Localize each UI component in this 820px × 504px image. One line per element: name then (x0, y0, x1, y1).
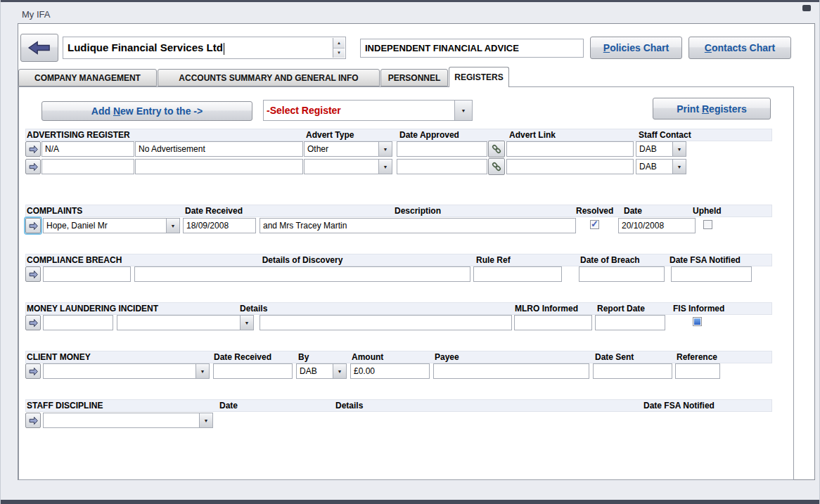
cm-date-received-field[interactable] (213, 363, 293, 379)
col-date-approved: Date Approved (399, 130, 459, 140)
select-register-combobox[interactable]: -Select Register ▼ (263, 100, 473, 121)
right-arrow-icon (28, 415, 39, 426)
right-arrow-icon (28, 366, 39, 377)
staff-contact-combobox[interactable]: DAB ▼ (636, 141, 686, 157)
staff-contact-value: DAB (639, 144, 657, 154)
col-details-of-discovery: Details of Discovery (134, 255, 470, 265)
resolved-checkbox[interactable] (590, 220, 599, 229)
details-of-discovery-field[interactable] (134, 266, 470, 282)
add-new-entry-button[interactable]: Add New Entry to the -> (41, 101, 252, 121)
complainant-combobox[interactable]: Hope, Daniel Mr ▼ (43, 218, 180, 233)
cm-amount-field[interactable]: £0.00 (350, 363, 430, 379)
chevron-down-icon[interactable]: ▼ (166, 219, 179, 233)
client-money-header-strip (25, 351, 772, 363)
col-advert-link: Advert Link (509, 130, 556, 140)
advert-type-combobox[interactable]: Other ▼ (304, 141, 392, 157)
description-field[interactable]: and Mrs Tracey Martin (260, 218, 576, 233)
col-staff-contact: Staff Contact (639, 130, 691, 140)
advert-link-builder-button[interactable] (488, 158, 505, 175)
spin-up-icon[interactable]: ▲ (333, 38, 345, 49)
chain-link-icon (491, 143, 502, 155)
advert-link-field[interactable] (506, 159, 634, 174)
window-title: My IFA (22, 9, 50, 20)
col-sd-date: Date (219, 401, 238, 411)
policies-chart-button[interactable]: Policies Chart (590, 37, 682, 59)
ml-ref-field[interactable] (43, 315, 113, 330)
sd-person-combobox[interactable]: ▼ (43, 413, 213, 428)
advert-description-field[interactable] (135, 159, 303, 174)
advertising-title: ADVERTISING REGISTER (27, 130, 130, 140)
chevron-down-icon[interactable]: ▼ (378, 142, 392, 156)
staff-contact-combobox[interactable]: DAB ▼ (636, 159, 686, 174)
tab-accounts-summary[interactable]: ACCOUNTS SUMMARY AND GENERAL INFO (158, 69, 380, 86)
tab-registers[interactable]: REGISTERS (449, 67, 509, 87)
ml-details-field[interactable] (260, 315, 512, 330)
breach-ref-field[interactable] (43, 266, 131, 282)
spin-down-icon[interactable]: ▼ (333, 49, 345, 58)
row-select-button[interactable] (25, 218, 41, 233)
chevron-down-icon[interactable]: ▼ (454, 101, 472, 120)
cm-client-combobox[interactable]: ▼ (43, 363, 210, 379)
chevron-down-icon[interactable]: ▼ (240, 316, 253, 330)
row-select-button[interactable] (25, 413, 41, 428)
company-name-input[interactable]: Ludique Financial Services Ltd ▲ ▼ (63, 37, 346, 59)
fis-informed-checkbox[interactable] (693, 317, 702, 326)
chevron-down-icon[interactable]: ▼ (333, 364, 346, 378)
row-select-button[interactable] (25, 363, 41, 379)
tab-personnel[interactable]: PERSONNEL (380, 69, 448, 86)
advert-link-field[interactable] (506, 141, 634, 157)
col-mlro-informed: MLRO Informed (515, 304, 578, 314)
rule-ref-field[interactable] (473, 266, 562, 282)
compliance-title: COMPLIANCE BREACH (27, 255, 122, 265)
client-money-title: CLIENT MONEY (27, 352, 91, 362)
policies-chart-label: Policies Chart (603, 42, 669, 53)
cm-date-sent-field[interactable] (593, 363, 672, 379)
cm-reference-field[interactable] (675, 363, 720, 379)
cm-payee-field[interactable] (433, 363, 589, 379)
col-advert-type: Advert Type (306, 130, 354, 140)
date-approved-field[interactable] (397, 159, 487, 174)
cm-by-combobox[interactable]: DAB ▼ (296, 363, 347, 379)
advert-ref-field[interactable]: N/A (41, 141, 134, 157)
chevron-down-icon[interactable]: ▼ (672, 160, 686, 174)
advert-type-combobox[interactable]: ▼ (304, 159, 392, 174)
ml-person-combobox[interactable]: ▼ (117, 315, 254, 330)
row-select-button[interactable] (25, 315, 41, 330)
right-arrow-icon (28, 269, 39, 280)
date-approved-field[interactable] (397, 141, 487, 157)
staff-contact-value: DAB (639, 162, 657, 172)
chevron-down-icon[interactable]: ▼ (196, 364, 209, 378)
advert-ref-field[interactable] (41, 159, 134, 174)
col-cm-reference: Reference (677, 352, 717, 362)
date-received-field[interactable]: 18/09/2008 (183, 218, 256, 233)
mlro-informed-field[interactable] (514, 315, 592, 330)
complaints-title: COMPLAINTS (27, 206, 82, 216)
contacts-chart-button[interactable]: Contacts Chart (688, 37, 791, 59)
chevron-down-icon[interactable]: ▼ (199, 413, 212, 427)
right-arrow-icon (28, 144, 39, 155)
col-cm-amount: Amount (352, 352, 383, 362)
select-register-value: -Select Register (267, 105, 341, 116)
print-registers-button[interactable]: Print Registers (653, 98, 771, 119)
col-upheld: Upheld (693, 206, 722, 216)
back-button[interactable] (20, 34, 58, 62)
row-select-button[interactable] (25, 159, 41, 174)
advert-description-field[interactable]: No Advertisement (135, 141, 303, 157)
date-of-breach-field[interactable] (579, 266, 665, 282)
report-date-field[interactable] (595, 315, 665, 330)
row-select-button[interactable] (25, 141, 41, 157)
chevron-down-icon[interactable]: ▼ (378, 160, 392, 174)
col-date-of-breach: Date of Breach (580, 255, 640, 265)
date-fsa-notified-field[interactable] (671, 266, 752, 282)
advert-link-builder-button[interactable] (488, 141, 505, 157)
text-caret (224, 43, 224, 55)
company-spinner[interactable]: ▲ ▼ (333, 38, 345, 58)
upheld-checkbox[interactable] (703, 220, 712, 229)
chevron-down-icon[interactable]: ▼ (672, 142, 686, 156)
chain-link-icon (491, 161, 502, 172)
row-select-button[interactable] (25, 266, 41, 282)
resolved-date-field[interactable]: 20/10/2008 (618, 218, 696, 233)
window-control-icon[interactable] (802, 5, 811, 11)
tab-company-management[interactable]: COMPANY MANAGEMENT (18, 69, 157, 86)
col-description: Description (260, 206, 576, 216)
